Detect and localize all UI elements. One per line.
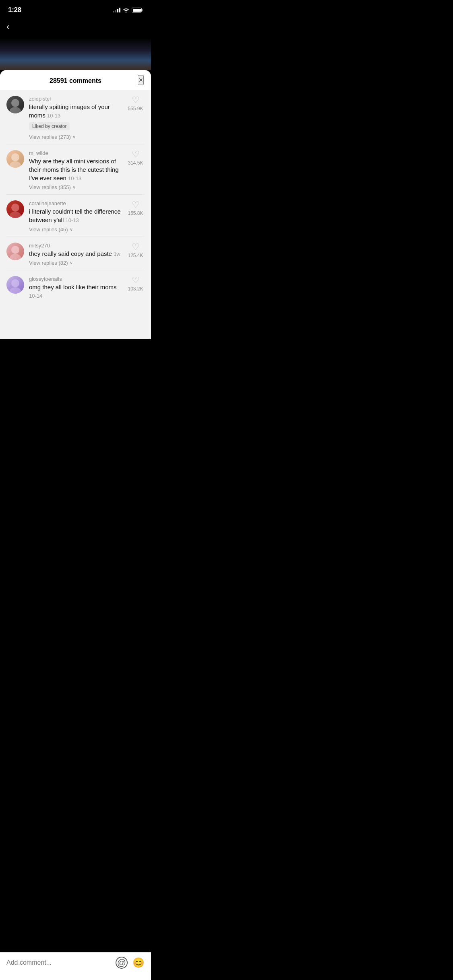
chevron-down-icon: ∨	[72, 134, 76, 140]
comment-item: mitsy270 they really said copy and paste…	[0, 237, 151, 270]
chevron-down-icon: ∨	[70, 227, 73, 232]
comment-body: m_wilde Why are they all mini versions o…	[29, 150, 122, 190]
comment-body: glossytoenails omg they all look like th…	[29, 276, 122, 301]
chevron-down-icon: ∨	[72, 185, 76, 190]
close-button[interactable]: ×	[138, 75, 144, 85]
comment-item: glossytoenails omg they all look like th…	[0, 270, 151, 305]
svg-point-7	[10, 254, 21, 260]
back-area: ‹	[0, 18, 151, 38]
comment-item: zoiepistel literally spitting images of …	[0, 90, 151, 144]
svg-point-4	[11, 204, 19, 212]
like-section: ♡ 103.2K	[126, 276, 145, 301]
comment-item: coralinejeanette i literally couldn't te…	[0, 195, 151, 236]
liked-by-creator-badge: Liked by creator	[29, 122, 70, 130]
svg-point-6	[11, 246, 19, 254]
heart-icon[interactable]: ♡	[132, 200, 140, 209]
comment-username: coralinejeanette	[29, 200, 122, 206]
svg-point-3	[10, 161, 21, 168]
comment-username: glossytoenails	[29, 276, 122, 282]
comment-text: Why are they all mini versions of their …	[29, 157, 122, 182]
svg-point-5	[10, 212, 21, 218]
view-replies-button[interactable]: View replies (45) ∨	[29, 226, 122, 233]
comment-item: m_wilde Why are they all mini versions o…	[0, 144, 151, 194]
heart-icon[interactable]: ♡	[132, 150, 140, 159]
comments-count: 28591 comments	[50, 77, 101, 84]
heart-icon[interactable]: ♡	[132, 243, 140, 251]
comments-header: 28591 comments ×	[0, 70, 151, 90]
status-bar: 1:28	[0, 0, 151, 18]
svg-point-9	[10, 287, 21, 294]
like-count: 555.9K	[128, 106, 143, 111]
comment-text: omg they all look like their moms 10-14	[29, 283, 122, 300]
status-icons	[113, 8, 143, 12]
comment-text: i literally couldn't tell the difference…	[29, 207, 122, 224]
back-button[interactable]: ‹	[6, 22, 9, 32]
comment-text: they really said copy and paste 1w	[29, 249, 122, 258]
video-preview	[0, 38, 151, 70]
like-count: 103.2K	[128, 286, 143, 292]
svg-point-0	[11, 99, 19, 107]
like-count: 155.8K	[128, 210, 143, 216]
like-section: ♡ 555.9K	[126, 96, 145, 140]
heart-icon[interactable]: ♡	[132, 96, 140, 105]
avatar	[6, 243, 24, 260]
battery-icon	[132, 8, 143, 12]
svg-point-8	[11, 279, 19, 287]
status-time: 1:28	[8, 6, 21, 14]
avatar	[6, 200, 24, 218]
heart-icon[interactable]: ♡	[132, 276, 140, 285]
wifi-icon	[123, 8, 129, 12]
comment-body: coralinejeanette i literally couldn't te…	[29, 200, 122, 232]
avatar	[6, 96, 24, 113]
comment-body: zoiepistel literally spitting images of …	[29, 96, 122, 140]
comment-body: mitsy270 they really said copy and paste…	[29, 243, 122, 266]
like-section: ♡ 314.5K	[126, 150, 145, 190]
view-replies-button[interactable]: View replies (82) ∨	[29, 260, 122, 266]
comment-text: literally spitting images of your moms 1…	[29, 103, 122, 119]
view-replies-button[interactable]: View replies (273) ∨	[29, 134, 122, 140]
like-count: 125.4K	[128, 253, 143, 258]
comments-sheet: 28591 comments × zoiepistel literally sp…	[0, 70, 151, 339]
svg-point-2	[11, 153, 19, 161]
comment-username: zoiepistel	[29, 96, 122, 102]
comments-list: zoiepistel literally spitting images of …	[0, 90, 151, 305]
comment-username: m_wilde	[29, 150, 122, 156]
like-section: ♡ 125.4K	[126, 243, 145, 266]
like-count: 314.5K	[128, 160, 143, 166]
video-preview-area	[0, 38, 151, 70]
chevron-down-icon: ∨	[70, 260, 73, 266]
avatar	[6, 276, 24, 294]
svg-point-1	[10, 107, 21, 113]
comment-username: mitsy270	[29, 243, 122, 249]
like-section: ♡ 155.8K	[126, 200, 145, 232]
avatar	[6, 150, 24, 168]
view-replies-button[interactable]: View replies (355) ∨	[29, 184, 122, 190]
signal-icon	[113, 8, 120, 12]
